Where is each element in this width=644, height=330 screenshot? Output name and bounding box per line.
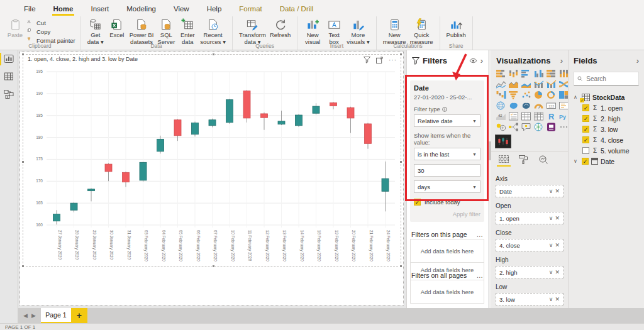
viz-donut-chart[interactable] <box>546 90 557 99</box>
date-filter-card[interactable]: Date 27-01-2020 - 25-02-... Filter type … <box>410 80 484 222</box>
next-page-arrow[interactable]: ▶ <box>31 312 36 319</box>
chip-remove-icon[interactable]: ✕ <box>555 269 560 275</box>
quick-measure-button[interactable]: Quickmeasure <box>410 18 433 45</box>
candle-29-january-2020[interactable] <box>88 189 95 191</box>
resize-handle-sw[interactable] <box>21 265 25 268</box>
include-today-checkbox[interactable] <box>414 199 421 206</box>
viz-clustered-column-chart[interactable] <box>533 69 545 78</box>
viz-card[interactable]: 123 <box>546 101 557 110</box>
ribbon-tab-data-drill[interactable]: Data / Drill <box>272 2 321 15</box>
ribbon-tab-insert[interactable]: Insert <box>83 2 116 15</box>
unit-select[interactable]: days▼ <box>414 180 480 193</box>
apply-filter-button[interactable]: Apply filter <box>414 211 480 217</box>
well-chip-date[interactable]: Date∨✕ <box>496 185 564 197</box>
paste-button[interactable]: Paste <box>6 18 24 39</box>
candle-14-february-2020[interactable] <box>296 115 303 126</box>
ribbon-tab-file[interactable]: File <box>16 2 43 15</box>
expand-date-icon[interactable]: ∨ <box>574 158 579 164</box>
field-5-volume[interactable]: Σ 5. volume <box>569 145 644 156</box>
viz-shape-map[interactable] <box>521 101 532 110</box>
new-visual-button[interactable]: Newvisual <box>304 18 321 45</box>
viz-decomposition-tree[interactable] <box>508 122 519 131</box>
refresh-button[interactable]: Refresh <box>270 18 291 45</box>
publish-button[interactable]: Publish <box>447 18 466 45</box>
viz-map[interactable] <box>496 101 507 110</box>
viz-line-stacked-column-chart[interactable] <box>533 79 545 89</box>
viz-qa-visual[interactable] <box>521 122 532 131</box>
candle-20-february-2020[interactable] <box>347 107 354 118</box>
candle-28-january-2020[interactable] <box>70 203 77 210</box>
section-more-icon[interactable]: … <box>477 272 484 279</box>
copy-button[interactable]: Copy <box>27 28 75 36</box>
chip-remove-icon[interactable]: ✕ <box>555 188 560 194</box>
viz-clustered-bar-chart[interactable] <box>521 69 532 78</box>
viz-filled-map[interactable] <box>508 101 519 110</box>
recent-sources-button[interactable]: Recentsources ▾ <box>200 18 226 45</box>
ribbon-tab-home[interactable]: Home <box>46 2 81 15</box>
fields-tab[interactable] <box>499 155 509 167</box>
candle-04-february-2020[interactable] <box>157 139 164 151</box>
field-2-high[interactable]: Σ 2. high <box>569 113 644 124</box>
candlestick-visual[interactable]: 1. open, 4. close, 2. high and 3. low by… <box>23 54 401 267</box>
viz-funnel-chart[interactable] <box>508 90 519 99</box>
text-box-button[interactable]: Textbox <box>325 18 343 45</box>
candle-07-february-2020[interactable] <box>209 120 216 126</box>
candle-11-february-2020[interactable] <box>243 91 250 118</box>
amount-input[interactable]: 30 <box>414 164 480 177</box>
resize-handle-se[interactable] <box>399 265 402 268</box>
candle-13-february-2020[interactable] <box>278 121 285 124</box>
field-4-close[interactable]: Σ 4. close <box>569 135 644 145</box>
collapse-visualizations-icon[interactable]: › <box>560 57 563 65</box>
chip-dropdown-icon[interactable]: ∨ <box>549 215 553 221</box>
candle-06-february-2020[interactable] <box>192 123 199 135</box>
field-checkbox[interactable] <box>582 147 589 154</box>
viz-line-chart[interactable] <box>496 79 507 89</box>
viz-gauge[interactable] <box>533 101 545 110</box>
candlestick-custom-visual[interactable] <box>496 135 511 148</box>
collapse-filters-icon[interactable]: › <box>480 57 483 65</box>
excel-button[interactable]: Excel <box>108 18 126 45</box>
viz-100-stacked-bar-chart[interactable] <box>546 69 557 78</box>
eye-icon[interactable] <box>469 58 477 63</box>
candle-21-february-2020[interactable] <box>365 124 372 143</box>
well-chip-1-open[interactable]: 1. open∨✕ <box>496 212 564 224</box>
candle-19-february-2020[interactable] <box>330 102 337 106</box>
transform-data-button[interactable]: Transformdata ▾ <box>239 18 266 45</box>
resize-handle-s[interactable] <box>212 265 215 268</box>
rail-data-view[interactable] <box>0 68 18 85</box>
power-bi-datasets-button[interactable]: Power BIdatasets <box>130 18 154 45</box>
add-filter-field-page[interactable]: Add data fields here <box>410 239 484 263</box>
viz-area-chart[interactable] <box>508 79 519 89</box>
viz-r-script-visual[interactable]: R <box>546 111 557 121</box>
new-measure-button[interactable]: Newmeasure <box>383 18 406 45</box>
collapse-fields-icon[interactable]: › <box>636 57 639 65</box>
candle-03-february-2020[interactable] <box>140 162 147 180</box>
candle-12-february-2020[interactable] <box>261 114 268 118</box>
filter-type-select[interactable]: Relative date▼ <box>414 114 480 127</box>
field-3-low[interactable]: Σ 3. low <box>569 124 644 135</box>
search-box[interactable] <box>574 72 639 85</box>
candle-31-january-2020[interactable] <box>123 172 130 182</box>
more-options-icon[interactable]: ··· <box>389 58 397 62</box>
field-date[interactable]: ∨ Date <box>569 156 644 167</box>
report-page[interactable]: 1. open, 4. close, 2. high and 3. low by… <box>19 52 404 305</box>
resize-handle-ne[interactable] <box>399 53 402 56</box>
add-page-button[interactable]: + <box>71 308 87 323</box>
field-checkbox[interactable] <box>582 158 589 165</box>
cut-button[interactable]: Cut <box>27 19 75 27</box>
get-data-button[interactable]: Getdata ▾ <box>87 18 104 45</box>
viz-scatter-chart[interactable] <box>521 90 532 99</box>
viz-pie-chart[interactable] <box>533 90 545 99</box>
viz-stacked-area-chart[interactable] <box>521 79 532 89</box>
condition-select[interactable]: is in the last▼ <box>414 148 480 160</box>
sql-server-button[interactable]: SQLServer <box>157 18 175 45</box>
well-chip-4-close[interactable]: 4. close∨✕ <box>496 239 564 251</box>
candle-24-february-2020[interactable] <box>382 179 389 191</box>
field-checkbox[interactable] <box>582 126 589 133</box>
enter-data-button[interactable]: Enterdata <box>179 18 196 45</box>
field-1-open[interactable]: Σ 1. open <box>569 102 644 113</box>
candlestick-chart[interactable]: 16016517017518018519019527 January 20202… <box>24 63 400 261</box>
well-chip-2-high[interactable]: 2. high∨✕ <box>496 266 564 278</box>
format-tab[interactable] <box>519 155 529 167</box>
field-checkbox[interactable] <box>582 104 589 111</box>
